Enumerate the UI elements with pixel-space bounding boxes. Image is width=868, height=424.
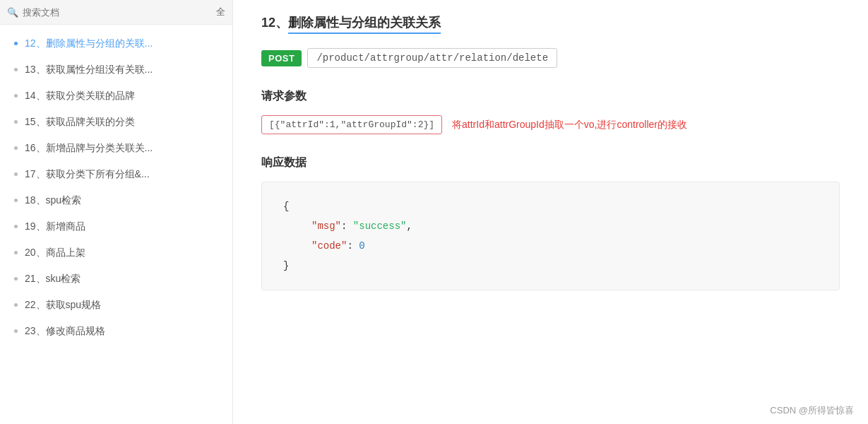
sidebar-item-item-14[interactable]: 14、获取分类关联的品牌 xyxy=(0,83,232,109)
sidebar-dot-icon xyxy=(14,329,18,333)
sidebar-item-label: 22、获取spu规格 xyxy=(25,298,101,312)
sidebar-item-label: 15、获取品牌关联的分类 xyxy=(25,114,135,129)
sidebar-dot-icon xyxy=(14,277,18,281)
response-msg-line: "msg": "success", xyxy=(283,216,818,236)
method-badge: POST xyxy=(261,50,302,66)
section-heading: 12、删除属性与分组的关联关系 xyxy=(261,14,840,48)
sidebar-item-item-20[interactable]: 20、商品上架 xyxy=(0,240,232,266)
param-code: [{"attrId":1,"attrGroupId":2}] xyxy=(261,115,442,134)
response-code-line: "code": 0 xyxy=(283,236,818,256)
sidebar-dot-icon xyxy=(14,68,18,71)
sidebar-item-label: 16、新增品牌与分类关联关... xyxy=(25,141,153,155)
section-title: 删除属性与分组的关联关系 xyxy=(288,14,441,34)
sidebar-list: 12、删除属性与分组的关联...13、获取属性分组没有关联...14、获取分类关… xyxy=(0,25,232,424)
sidebar-item-item-13[interactable]: 13、获取属性分组没有关联... xyxy=(0,57,232,83)
response-msg-key: "msg" xyxy=(311,220,341,232)
sidebar-item-label: 12、删除属性与分组的关联... xyxy=(25,36,153,51)
search-icon: 🔍 xyxy=(7,7,18,18)
response-close-brace: } xyxy=(283,256,818,276)
request-params-section: 请求参数 [{"attrId":1,"attrGroupId":2}] 将att… xyxy=(261,89,840,134)
search-bar: 🔍 全 xyxy=(0,0,232,25)
sidebar: 🔍 全 12、删除属性与分组的关联...13、获取属性分组没有关联...14、获… xyxy=(0,0,233,424)
sidebar-item-label: 21、sku检索 xyxy=(25,271,81,286)
sidebar-dot-icon xyxy=(14,303,18,307)
sidebar-dot-icon xyxy=(14,94,18,98)
response-open-brace: { xyxy=(283,196,818,216)
sidebar-dot-icon xyxy=(14,42,18,45)
sidebar-dot-icon xyxy=(14,225,18,228)
sidebar-item-label: 20、商品上架 xyxy=(25,245,85,260)
section-number: 12、 xyxy=(261,16,288,30)
sidebar-item-label: 23、修改商品规格 xyxy=(25,324,105,338)
sidebar-dot-icon xyxy=(14,172,18,176)
response-label: 响应数据 xyxy=(261,155,840,170)
footer: CSDN @所得皆惊喜 xyxy=(770,404,854,417)
sidebar-item-label: 14、获取分类关联的品牌 xyxy=(25,88,135,103)
request-params-label: 请求参数 xyxy=(261,89,840,104)
response-code-key: "code" xyxy=(311,240,347,252)
response-code-value: 0 xyxy=(359,240,364,252)
sidebar-dot-icon xyxy=(14,251,18,254)
sidebar-dot-icon xyxy=(14,146,18,150)
param-row: [{"attrId":1,"attrGroupId":2}] 将attrId和a… xyxy=(261,115,840,134)
sidebar-item-item-12[interactable]: 12、删除属性与分组的关联... xyxy=(0,30,232,57)
sidebar-item-item-21[interactable]: 21、sku检索 xyxy=(0,266,232,292)
response-msg-value: "success" xyxy=(353,220,407,232)
sidebar-item-item-19[interactable]: 19、新增商品 xyxy=(0,213,232,240)
sidebar-item-item-16[interactable]: 16、新增品牌与分类关联关... xyxy=(0,135,232,161)
search-input[interactable] xyxy=(23,7,216,18)
endpoint-row: POST /product/attrgroup/attr/relation/de… xyxy=(261,48,840,68)
search-all-button[interactable]: 全 xyxy=(216,6,225,18)
sidebar-item-item-15[interactable]: 15、获取品牌关联的分类 xyxy=(0,109,232,135)
sidebar-dot-icon xyxy=(14,120,18,124)
endpoint-url: /product/attrgroup/attr/relation/delete xyxy=(307,48,557,68)
sidebar-item-item-23[interactable]: 23、修改商品规格 xyxy=(0,318,232,344)
sidebar-item-label: 18、spu检索 xyxy=(25,193,81,208)
sidebar-item-label: 19、新增商品 xyxy=(25,219,85,234)
sidebar-item-label: 17、获取分类下所有分组&... xyxy=(25,167,150,182)
sidebar-item-label: 13、获取属性分组没有关联... xyxy=(25,62,153,77)
sidebar-item-item-17[interactable]: 17、获取分类下所有分组&... xyxy=(0,161,232,187)
sidebar-item-item-18[interactable]: 18、spu检索 xyxy=(0,187,232,213)
sidebar-item-item-22[interactable]: 22、获取spu规格 xyxy=(0,292,232,318)
param-desc: 将attrId和attrGroupId抽取一个vo,进行controller的接… xyxy=(452,119,687,131)
main-content: 12、删除属性与分组的关联关系 POST /product/attrgroup/… xyxy=(233,0,868,424)
sidebar-dot-icon xyxy=(14,199,18,202)
response-section: 响应数据 { "msg": "success", "code": 0 } xyxy=(261,155,840,290)
response-box: { "msg": "success", "code": 0 } xyxy=(261,182,840,290)
